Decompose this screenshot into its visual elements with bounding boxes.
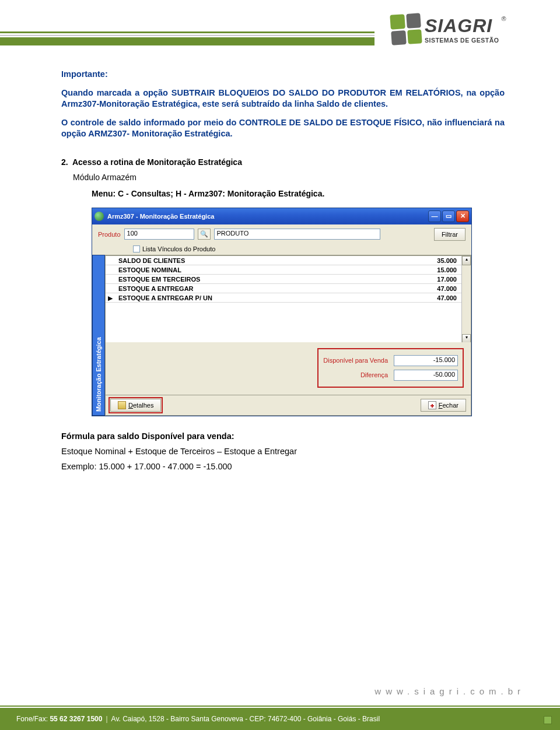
grid-scrollbar[interactable]: ▴ ▾ xyxy=(461,256,471,342)
formula-example: Exemplo: 15.000 + 17.000 - 47.000 = -15.… xyxy=(61,462,505,471)
header-accent-bar xyxy=(0,31,374,33)
diferenca-label: Diferença xyxy=(323,371,388,378)
produto-input[interactable]: 100 xyxy=(124,229,194,240)
detalhes-button[interactable]: Detalhes xyxy=(110,399,161,412)
side-tab[interactable]: Monitoração Estratégica xyxy=(92,255,105,416)
table-row: ESTOQUE A ENTREGAR P/ UN47.000 xyxy=(106,293,461,303)
lista-vinculos-checkbox[interactable] xyxy=(133,245,140,252)
important-label: Importante: xyxy=(61,69,505,80)
table-row: ESTOQUE EM TERCEIROS17.000 xyxy=(106,275,461,284)
footer-url: www.siagri.com.br xyxy=(374,686,525,696)
footer-phone-label: Fone/Fax: xyxy=(16,715,48,723)
logo-mark-icon xyxy=(390,13,422,45)
data-grid[interactable]: SALDO DE CLIENTES35.000 ESTOQUE NOMINAL1… xyxy=(105,255,471,342)
produto-label: Produto xyxy=(98,231,121,238)
footer-address: Av. Caiapó, 1528 - Bairro Santa Genoveva… xyxy=(111,715,380,723)
table-row: ESTOQUE NOMINAL15.000 xyxy=(106,265,461,275)
produto-name-field[interactable]: PRODUTO xyxy=(214,229,380,240)
summary-highlight-box: Disponível para Venda -15.000 Diferença … xyxy=(317,348,464,388)
logo-subtitle: SISTEMAS DE GESTÃO xyxy=(425,37,499,44)
close-button[interactable]: ✕ xyxy=(456,210,469,222)
summary-panel: Disponível para Venda -15.000 Diferença … xyxy=(105,342,471,395)
important-paragraph-2: O controle de saldo informado por meio d… xyxy=(61,117,505,140)
app-window: Armz307 - Monitoração Estratégica — ▭ ✕ … xyxy=(92,208,472,416)
disponivel-value: -15.000 xyxy=(394,355,458,366)
window-title: Armz307 - Monitoração Estratégica xyxy=(107,213,428,220)
minimize-button[interactable]: — xyxy=(428,210,441,222)
footer-divider xyxy=(0,706,560,707)
scroll-down-icon[interactable]: ▾ xyxy=(462,334,471,342)
window-titlebar: Armz307 - Monitoração Estratégica — ▭ ✕ xyxy=(92,208,471,224)
close-icon xyxy=(428,401,436,409)
maximize-button[interactable]: ▭ xyxy=(442,210,455,222)
current-row-marker-icon: ▶ xyxy=(107,294,114,302)
formula-text: Estoque Nominal + Estoque de Terceiros –… xyxy=(61,447,505,456)
brand-logo: SIAGRI SISTEMAS DE GESTÃO ® xyxy=(391,12,531,47)
header-divider xyxy=(0,35,374,36)
table-row: ESTOQUE A ENTREGAR47.000 xyxy=(106,284,461,293)
app-icon xyxy=(94,212,104,221)
lookup-button[interactable]: 🔍 xyxy=(198,229,211,240)
header-band xyxy=(0,37,374,45)
footer-phone: 55 62 3267 1500 xyxy=(50,715,102,723)
important-paragraph-1: Quando marcada a opção SUBTRAIR BLOQUEIO… xyxy=(61,87,505,110)
lista-vinculos-label: Lista Vínculos do Produto xyxy=(142,245,215,252)
footer-ornament-icon xyxy=(544,716,552,724)
module-line: Módulo Armazém xyxy=(73,173,505,182)
disponivel-label: Disponível para Venda xyxy=(323,357,388,364)
logo-name: SIAGRI xyxy=(425,15,499,37)
search-icon: 🔍 xyxy=(200,230,208,238)
formula-heading: Fórmula para saldo Disponível para venda… xyxy=(61,431,505,441)
fechar-button[interactable]: Fechar xyxy=(421,399,466,412)
table-row: SALDO DE CLIENTES35.000 xyxy=(106,256,461,265)
menu-line: Menu: C - Consultas; H - Armz307: Monito… xyxy=(92,189,505,198)
diferenca-value: -50.000 xyxy=(394,370,458,381)
registered-mark: ® xyxy=(501,15,506,22)
section-heading: 2. Acesso a rotina de Monitoração Estrat… xyxy=(61,157,505,167)
filtrar-button[interactable]: Filtrar xyxy=(434,228,466,241)
footer-band: Fone/Fax: 55 62 3267 1500 | Av. Caiapó, … xyxy=(0,708,560,730)
scroll-up-icon[interactable]: ▴ xyxy=(462,256,471,265)
details-icon xyxy=(118,401,126,409)
